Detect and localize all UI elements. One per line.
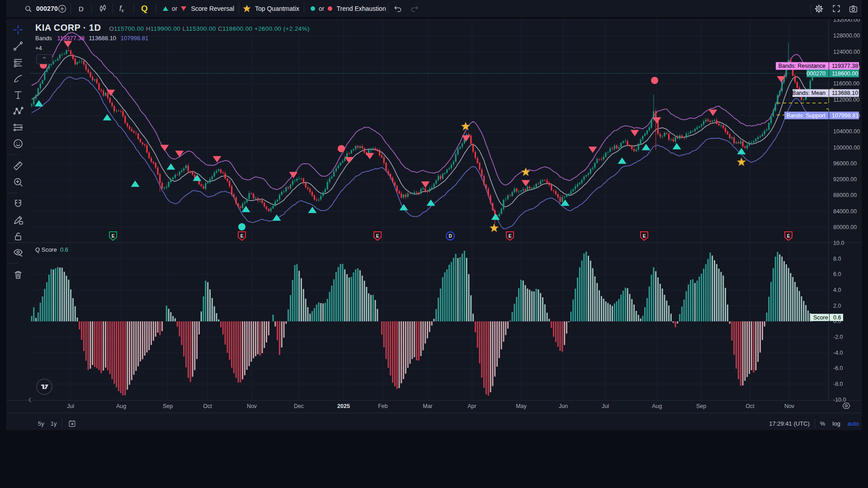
svg-text:Sep: Sep <box>696 403 706 409</box>
svg-text:96000.00: 96000.00 <box>833 160 857 167</box>
svg-text:Apr: Apr <box>467 403 476 409</box>
svg-text:E: E <box>509 234 512 239</box>
svg-text:Bands: Support: Bands: Support <box>787 113 826 119</box>
svg-text:2025: 2025 <box>337 403 350 409</box>
svg-text:113688.10: 113688.10 <box>832 90 858 96</box>
svg-text:Jul: Jul <box>67 403 74 409</box>
svg-text:2.0: 2.0 <box>833 303 841 309</box>
svg-text:-4.0: -4.0 <box>833 350 843 356</box>
svg-text:92000.00: 92000.00 <box>833 176 857 183</box>
svg-text:116000.00: 116000.00 <box>833 80 859 87</box>
svg-text:80000.00: 80000.00 <box>833 224 857 230</box>
svg-text:132000.00: 132000.00 <box>833 19 860 23</box>
svg-text:Score: Score <box>813 314 828 321</box>
svg-text:E: E <box>112 234 115 239</box>
svg-text:May: May <box>516 403 527 409</box>
svg-text:Oct: Oct <box>745 403 755 409</box>
svg-text:D: D <box>448 234 452 239</box>
svg-text:-6.0: -6.0 <box>833 365 843 371</box>
svg-text:10.0: 10.0 <box>833 240 844 246</box>
svg-text:-8.0: -8.0 <box>833 381 843 387</box>
svg-text:E: E <box>376 234 379 239</box>
svg-text:Feb: Feb <box>378 403 388 409</box>
svg-text:112000.00: 112000.00 <box>833 97 859 103</box>
svg-text:119377.38: 119377.38 <box>832 63 858 69</box>
svg-text:000270: 000270 <box>807 70 826 77</box>
svg-text:88000.00: 88000.00 <box>833 192 857 198</box>
svg-text:Jun: Jun <box>559 403 568 409</box>
svg-text:118600.00: 118600.00 <box>832 70 858 77</box>
svg-text:128000.00: 128000.00 <box>833 33 860 39</box>
svg-text:Bands: Mean: Bands: Mean <box>792 90 826 96</box>
svg-text:-10.0: -10.0 <box>833 397 846 403</box>
svg-text:Nov: Nov <box>784 403 795 409</box>
svg-text:0.6: 0.6 <box>833 314 841 321</box>
svg-text:107998.81: 107998.81 <box>832 113 859 119</box>
svg-text:Dec: Dec <box>294 403 304 409</box>
svg-text:Mar: Mar <box>423 403 433 409</box>
svg-text:84000.00: 84000.00 <box>833 208 857 215</box>
svg-text:E: E <box>787 234 790 239</box>
svg-text:124000.00: 124000.00 <box>833 49 860 55</box>
svg-text:6.0: 6.0 <box>833 271 841 277</box>
svg-text:-2.0: -2.0 <box>833 334 843 340</box>
svg-text:104000.00: 104000.00 <box>833 128 860 135</box>
svg-text:Bands: Resistance: Bands: Resistance <box>778 63 826 69</box>
svg-text:Nov: Nov <box>247 403 257 409</box>
svg-text:Aug: Aug <box>116 403 126 409</box>
svg-text:8.0: 8.0 <box>833 256 841 262</box>
svg-text:E: E <box>241 234 244 239</box>
svg-text:4.0: 4.0 <box>833 287 841 293</box>
svg-text:E: E <box>643 234 646 239</box>
svg-text:Jul: Jul <box>602 403 609 409</box>
svg-text:Oct: Oct <box>203 403 212 409</box>
svg-text:Sep: Sep <box>163 403 173 409</box>
svg-text:100000.00: 100000.00 <box>833 145 860 151</box>
svg-text:Aug: Aug <box>652 403 662 409</box>
